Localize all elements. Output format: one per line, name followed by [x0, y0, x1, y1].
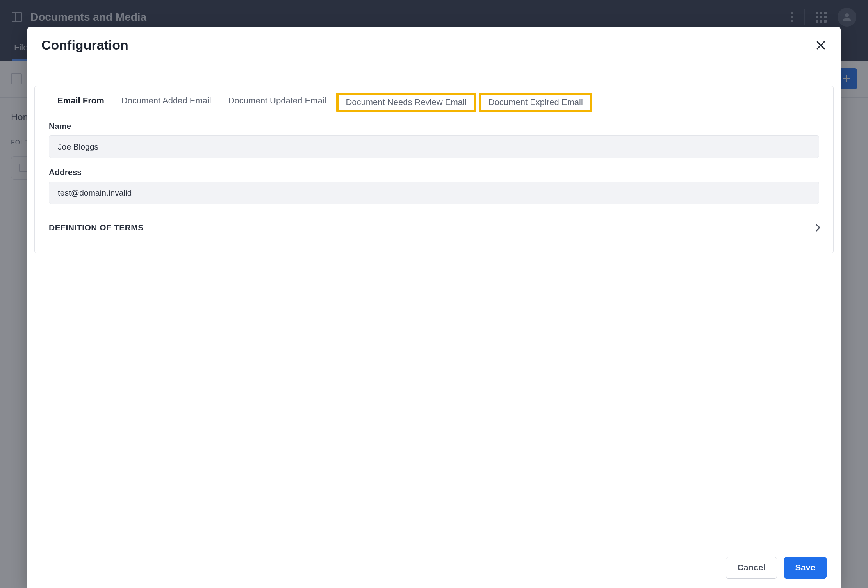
name-field: Name: [49, 121, 819, 158]
definition-of-terms-label: DEFINITION OF TERMS: [49, 223, 144, 232]
modal-header: Configuration: [27, 27, 841, 64]
save-button[interactable]: Save: [784, 557, 827, 579]
address-label: Address: [49, 167, 819, 177]
modal-footer: Cancel Save: [27, 547, 841, 588]
tab-document-expired-email[interactable]: Document Expired Email: [479, 93, 592, 112]
tab-list: Email From Document Added Email Document…: [49, 93, 819, 112]
address-input[interactable]: [49, 182, 819, 204]
modal-title: Configuration: [41, 37, 128, 53]
name-input[interactable]: [49, 135, 819, 158]
tab-email-from[interactable]: Email From: [49, 93, 113, 112]
configuration-modal: Configuration Email From Document Added …: [27, 27, 841, 588]
tab-document-added-email[interactable]: Document Added Email: [113, 93, 220, 112]
modal-body: Email From Document Added Email Document…: [27, 64, 841, 547]
tab-document-needs-review-email[interactable]: Document Needs Review Email: [336, 93, 476, 112]
definition-of-terms-toggle[interactable]: DEFINITION OF TERMS: [49, 223, 819, 237]
name-label: Name: [49, 121, 819, 131]
chevron-right-icon: [813, 224, 820, 232]
cancel-button[interactable]: Cancel: [726, 557, 777, 579]
address-field: Address: [49, 167, 819, 204]
tab-document-updated-email[interactable]: Document Updated Email: [220, 93, 335, 112]
configuration-panel: Email From Document Added Email Document…: [34, 86, 834, 253]
close-icon[interactable]: [815, 39, 827, 51]
